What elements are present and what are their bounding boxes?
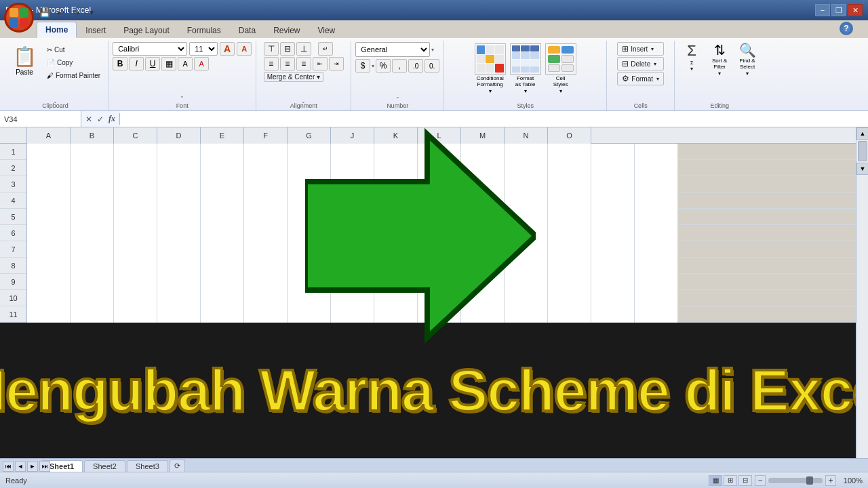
cell-c8[interactable] [114, 258, 157, 274]
cell-f1[interactable] [244, 144, 288, 160]
cell-h2[interactable] [331, 160, 374, 176]
cell-l1[interactable] [505, 144, 548, 160]
cell-o8[interactable] [635, 258, 678, 274]
formula-input[interactable] [120, 111, 868, 127]
cell-e2[interactable] [201, 160, 244, 176]
cell-n5[interactable] [591, 209, 635, 225]
font-color-button[interactable]: A [194, 57, 209, 70]
cell-m6[interactable] [548, 225, 591, 241]
cell-d3[interactable] [157, 176, 201, 192]
cell-k4[interactable] [461, 192, 505, 209]
cell-f3[interactable] [244, 176, 288, 192]
tab-page-layout[interactable]: Page Layout [115, 22, 178, 38]
maximize-button[interactable]: ❐ [831, 4, 846, 16]
cell-c9[interactable] [114, 274, 157, 290]
cell-h1[interactable] [331, 144, 374, 160]
cell-b1[interactable] [71, 144, 114, 160]
cell-f5[interactable] [244, 209, 288, 225]
cell-m7[interactable] [548, 241, 591, 258]
cell-a5[interactable] [27, 209, 71, 225]
cell-a6[interactable] [27, 225, 71, 241]
cell-k2[interactable] [461, 160, 505, 176]
row-num-5[interactable]: 5 [0, 209, 26, 225]
cell-m11[interactable] [548, 306, 591, 323]
sheet-nav-last-button[interactable]: ⏭ [39, 461, 50, 472]
align-center-button[interactable]: ≡ [280, 57, 295, 70]
cell-f11[interactable] [244, 306, 288, 323]
cell-i10[interactable] [374, 290, 418, 306]
autosum-button[interactable]: Σ Σ ▾ [679, 42, 705, 77]
number-format-dropdown-arrow[interactable]: ▾ [431, 47, 434, 53]
cell-e5[interactable] [201, 209, 244, 225]
cell-e1[interactable] [201, 144, 244, 160]
cell-j8[interactable] [418, 258, 461, 274]
cell-l11[interactable] [505, 306, 548, 323]
cell-b7[interactable] [71, 241, 114, 258]
help-button[interactable]: ? [840, 22, 853, 35]
border-button[interactable]: ▦ [161, 57, 176, 70]
decrease-indent-button[interactable]: ⇤ [313, 57, 328, 70]
tab-view[interactable]: View [309, 22, 344, 38]
cell-i3[interactable] [374, 176, 418, 192]
row-num-1[interactable]: 1 [0, 144, 26, 160]
cell-g3[interactable] [288, 176, 331, 192]
vscroll-up-button[interactable]: ▲ [856, 127, 868, 140]
cell-g8[interactable] [288, 258, 331, 274]
insert-function-icon[interactable]: fx [107, 113, 117, 125]
cell-n3[interactable] [591, 176, 635, 192]
cell-a4[interactable] [27, 192, 71, 209]
cell-d5[interactable] [157, 209, 201, 225]
cell-o3[interactable] [635, 176, 678, 192]
cell-g11[interactable] [288, 306, 331, 323]
cell-n9[interactable] [591, 274, 635, 290]
cell-l9[interactable] [505, 274, 548, 290]
cell-n2[interactable] [591, 160, 635, 176]
cell-k1[interactable] [461, 144, 505, 160]
cell-n7[interactable] [591, 241, 635, 258]
cell-i4[interactable] [374, 192, 418, 209]
add-sheet-button[interactable]: ⟳ [170, 460, 185, 472]
zoom-slider-thumb[interactable] [806, 476, 813, 485]
cell-o4[interactable] [635, 192, 678, 209]
cell-h6[interactable] [331, 225, 374, 241]
cell-a3[interactable] [27, 176, 71, 192]
cell-c2[interactable] [114, 160, 157, 176]
row-num-8[interactable]: 8 [0, 258, 26, 274]
sheet-nav-next-button[interactable]: ► [27, 461, 38, 472]
cell-f7[interactable] [244, 241, 288, 258]
align-middle-button[interactable]: ⊟ [280, 42, 295, 56]
cell-j1[interactable] [418, 144, 461, 160]
cell-j6[interactable] [418, 225, 461, 241]
cell-d11[interactable] [157, 306, 201, 323]
decrease-font-button[interactable]: A [237, 42, 252, 56]
cell-o10[interactable] [635, 290, 678, 306]
cell-m3[interactable] [548, 176, 591, 192]
cell-l5[interactable] [505, 209, 548, 225]
conditional-formatting-button[interactable]: ConditionalFormatting ▾ [473, 42, 507, 96]
row-num-11[interactable]: 11 [0, 306, 26, 323]
format-painter-button[interactable]: 🖌Format Painter [43, 70, 104, 81]
normal-view-button[interactable]: ▦ [709, 475, 722, 486]
currency-button[interactable]: $ [355, 59, 370, 73]
cell-a7[interactable] [27, 241, 71, 258]
align-right-button[interactable]: ≡ [296, 57, 311, 70]
underline-button[interactable]: U [145, 57, 160, 70]
sort-filter-button[interactable]: ⇅ Sort &Filter ▾ [707, 42, 732, 77]
tab-insert[interactable]: Insert [77, 22, 115, 38]
tab-data[interactable]: Data [230, 22, 264, 38]
cell-d2[interactable] [157, 160, 201, 176]
cell-m10[interactable] [548, 290, 591, 306]
cell-c1[interactable] [114, 144, 157, 160]
cell-g7[interactable] [288, 241, 331, 258]
sheet-tab-3[interactable]: Sheet3 [127, 460, 168, 472]
cell-k8[interactable] [461, 258, 505, 274]
cell-j2[interactable] [418, 160, 461, 176]
cut-button[interactable]: ✂Cut [43, 44, 104, 56]
number-format-select[interactable]: General Number Currency Date Percentage [355, 42, 430, 57]
cell-k9[interactable] [461, 274, 505, 290]
cell-h4[interactable] [331, 192, 374, 209]
tab-review[interactable]: Review [264, 22, 309, 38]
cell-h5[interactable] [331, 209, 374, 225]
cell-e7[interactable] [201, 241, 244, 258]
cell-c11[interactable] [114, 306, 157, 323]
